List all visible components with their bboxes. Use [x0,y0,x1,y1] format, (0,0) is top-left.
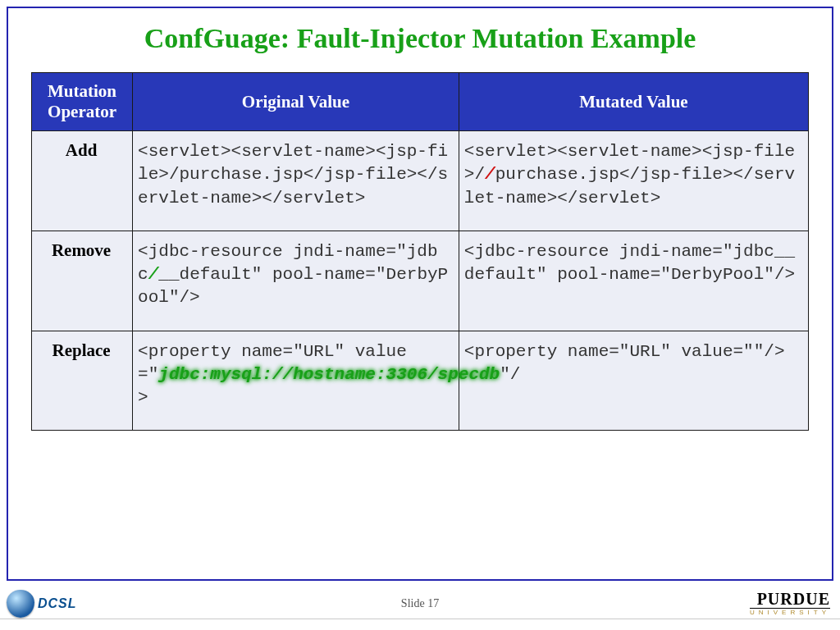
dcsl-text: DCSL [38,596,77,611]
table-header-row: Mutation Operator Original Value Mutated… [32,73,809,131]
table-row-replace: Replace <property name="URL" value="jdbc… [32,331,809,431]
purdue-text: PURDUE [750,591,830,607]
replaced-string-highlight: jdbc:mysql://hostname:3306/specdb [158,365,500,384]
footer-divider [0,619,840,619]
shield-icon [7,590,34,618]
university-text: UNIVERSITY [750,608,830,616]
col-original-value: Original Value [133,73,459,131]
col-mutation-operator: Mutation Operator [32,73,133,131]
logo-dcsl: DCSL [7,587,80,620]
removed-char-highlight: / [148,265,159,284]
logo-purdue: PURDUE UNIVERSITY [750,591,830,616]
table-row-add: Add <servlet><servlet-name><jsp-file>/pu… [32,131,809,231]
remove-mutated: <jdbc-resource jndi-name="jdbc__default"… [459,231,808,331]
remove-original: <jdbc-resource jndi-name="jdbc/__default… [133,231,459,331]
op-add: Add [32,131,133,231]
slide-number: Slide 17 [0,597,840,610]
table-row-remove: Remove <jdbc-resource jndi-name="jdbc/__… [32,231,809,331]
add-mutated: <servlet><servlet-name><jsp-file>//purch… [459,131,808,231]
op-remove: Remove [32,231,133,331]
replace-original: <property name="URL" value="jdbc:mysql:/… [133,331,459,431]
slide-frame: ConfGuage: Fault-Injector Mutation Examp… [7,7,833,581]
mutation-table: Mutation Operator Original Value Mutated… [31,72,809,431]
op-replace: Replace [32,331,133,431]
slide-title: ConfGuage: Fault-Injector Mutation Examp… [31,23,809,54]
added-char-highlight: / [485,165,495,184]
add-original: <servlet><servlet-name><jsp-file>/purcha… [133,131,459,231]
col-mutated-value: Mutated Value [459,73,808,131]
slide-footer: Slide 17 DCSL PURDUE UNIVERSITY [0,586,840,625]
